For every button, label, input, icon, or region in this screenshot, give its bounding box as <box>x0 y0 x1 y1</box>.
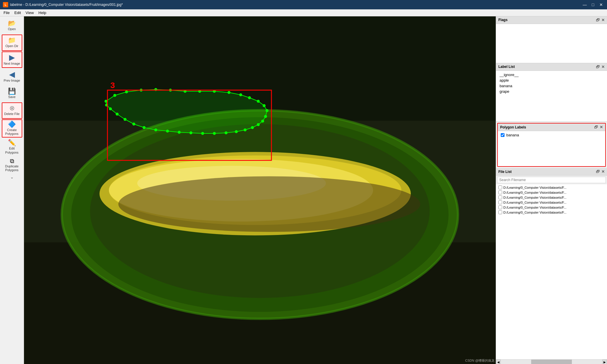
file-list-section: File List 🗗 ✕ D:/Learning/0_Computer Vis… <box>496 168 607 364</box>
file-item-6-path: D:/Learning/0_Computer Vision/datasets/F… <box>503 211 567 214</box>
svg-point-15 <box>125 90 128 93</box>
right-panel: Flags 🗗 ✕ Label List 🗗 ✕ __ignore__ appl… <box>496 16 607 364</box>
label-list-header-controls: 🗗 ✕ <box>596 65 605 69</box>
polygon-labels-close-button[interactable]: ✕ <box>600 125 603 129</box>
open-dir-label: Open Dir <box>5 44 18 48</box>
menu-view[interactable]: View <box>23 10 36 16</box>
file-list-restore-button[interactable]: 🗗 <box>596 169 600 174</box>
chevron-down-icon: ⌄ <box>10 175 14 179</box>
next-image-button[interactable]: ▶ Next Image <box>2 51 22 68</box>
create-polygons-button[interactable]: 🔷 Create Polygons <box>2 119 22 138</box>
file-item-3[interactable]: D:/Learning/0_Computer Vision/datasets/F… <box>497 195 606 200</box>
toolbar: 📂 Open 📁 Open Dir 1 ▶ Next Image 6 ◀ Pre <box>0 16 24 364</box>
polygon-labels-content: banana <box>498 131 605 166</box>
label-item-ignore[interactable]: __ignore__ <box>498 72 605 78</box>
svg-point-41 <box>143 126 146 129</box>
edit-polygons-button[interactable]: ✏️ Edit Polygons <box>2 138 22 156</box>
create-polygons-label: Create Polygons <box>3 128 21 136</box>
open-dir-icon: 📁 <box>8 37 16 44</box>
create-polygons-icon: 🔷 <box>8 121 16 128</box>
label-item-grape[interactable]: grape <box>498 89 605 94</box>
polygon-label-banana-checkbox[interactable] <box>501 133 505 137</box>
next-image-icon: ▶ <box>9 54 15 61</box>
flags-close-button[interactable]: ✕ <box>601 18 605 22</box>
save-btn-wrapper: 💾 Save <box>2 85 22 102</box>
svg-point-42 <box>132 123 135 126</box>
file-item-2[interactable]: D:/Learning/0_Computer Vision/datasets/F… <box>497 190 606 195</box>
delete-file-icon: ⊗ <box>9 105 15 111</box>
file-list-header-controls: 🗗 ✕ <box>596 169 605 174</box>
close-button[interactable]: ✕ <box>598 2 604 8</box>
watermark: CSDN @嗜睡的疯龙 <box>465 358 495 363</box>
polygon-label-banana[interactable]: banana <box>500 132 603 138</box>
minimize-button[interactable]: — <box>582 2 588 8</box>
next-image-label: Next Image <box>4 62 20 66</box>
label-list-header: Label List 🗗 ✕ <box>496 63 607 71</box>
file-item-2-checkbox[interactable] <box>498 190 502 194</box>
annotation-3: 3 <box>110 81 115 90</box>
svg-point-27 <box>266 109 269 112</box>
toolbar-expand-button[interactable]: ⌄ <box>10 174 14 180</box>
file-item-5-checkbox[interactable] <box>498 205 502 209</box>
file-item-6-checkbox[interactable] <box>498 210 502 214</box>
file-list-close-button[interactable]: ✕ <box>601 169 605 174</box>
label-list-close-button[interactable]: ✕ <box>601 65 605 69</box>
svg-point-29 <box>261 120 264 123</box>
flags-section: Flags 🗗 ✕ <box>496 16 607 63</box>
svg-point-33 <box>235 130 238 133</box>
save-button[interactable]: 💾 Save <box>2 85 22 102</box>
scroll-thumb <box>531 360 572 364</box>
duplicate-polygons-icon: ⧉ <box>10 158 14 164</box>
file-search-input[interactable] <box>497 177 606 183</box>
open-button[interactable]: 📂 Open <box>2 18 22 34</box>
file-item-5[interactable]: D:/Learning/0_Computer Vision/datasets/F… <box>497 205 606 210</box>
label-list-restore-button[interactable]: 🗗 <box>596 65 600 69</box>
menu-file[interactable]: File <box>1 10 12 16</box>
svg-point-38 <box>178 131 181 134</box>
scroll-left-button[interactable]: ◀ <box>496 360 501 364</box>
svg-point-44 <box>116 113 119 116</box>
svg-point-39 <box>166 130 169 133</box>
delete-file-button[interactable]: ⊗ Delete File <box>2 102 22 119</box>
polygon-labels-restore-button[interactable]: 🗗 <box>594 125 598 129</box>
flags-header: Flags 🗗 ✕ <box>496 16 607 24</box>
menu-edit[interactable]: Edit <box>12 10 23 16</box>
file-item-4-checkbox[interactable] <box>498 200 502 204</box>
file-item-3-checkbox[interactable] <box>498 195 502 199</box>
menu-help[interactable]: Help <box>36 10 49 16</box>
prev-image-btn-wrapper: ◀ Prev Image <box>2 68 22 85</box>
svg-point-35 <box>213 132 216 135</box>
flags-restore-button[interactable]: 🗗 <box>596 18 600 22</box>
open-icon: 📂 <box>8 20 16 27</box>
file-item-3-path: D:/Learning/0_Computer Vision/datasets/F… <box>503 196 567 199</box>
svg-point-14 <box>113 94 116 97</box>
scroll-track[interactable] <box>501 360 602 364</box>
label-list-section: Label List 🗗 ✕ __ignore__ apple banana g… <box>496 63 607 122</box>
prev-image-button[interactable]: ◀ Prev Image <box>2 68 22 85</box>
file-list-header: File List 🗗 ✕ <box>496 168 607 176</box>
duplicate-polygons-button[interactable]: ⧉ Duplicate Polygons <box>2 157 22 174</box>
label-item-banana[interactable]: banana <box>498 83 605 89</box>
polygon-label-banana-text: banana <box>506 133 519 137</box>
menu-bar: File Edit View Help <box>0 9 607 16</box>
file-list-scrollbar[interactable]: ◀ ▶ <box>496 359 607 364</box>
prev-image-label: Prev Image <box>4 79 20 83</box>
canvas-area[interactable]: 3 CSDN @嗜睡的疯龙 <box>24 16 496 364</box>
scroll-right-button[interactable]: ▶ <box>602 360 607 364</box>
file-item-1-checkbox[interactable] <box>498 186 502 189</box>
file-item-1[interactable]: D:/Learning/0_Computer Vision/datasets/F… <box>497 185 606 190</box>
save-label: Save <box>8 95 16 99</box>
file-item-1-path: D:/Learning/0_Computer Vision/datasets/F… <box>503 186 567 189</box>
file-list-title: File List <box>498 170 512 174</box>
file-item-4[interactable]: D:/Learning/0_Computer Vision/datasets/F… <box>497 200 606 205</box>
polygon-overlay <box>24 16 496 364</box>
label-item-apple[interactable]: apple <box>498 78 605 83</box>
svg-point-34 <box>225 131 228 134</box>
duplicate-polygons-btn-wrapper: ⧉ Duplicate Polygons <box>2 157 22 174</box>
maximize-button[interactable]: □ <box>590 2 596 8</box>
file-item-4-path: D:/Learning/0_Computer Vision/datasets/F… <box>503 201 567 204</box>
polygon-labels-section: Polygon Labels 🗗 ✕ banana <box>497 123 606 167</box>
open-dir-button[interactable]: 📁 Open Dir <box>2 35 22 51</box>
label-list-title: Label List <box>498 65 515 69</box>
file-item-6[interactable]: D:/Learning/0_Computer Vision/datasets/F… <box>497 210 606 215</box>
